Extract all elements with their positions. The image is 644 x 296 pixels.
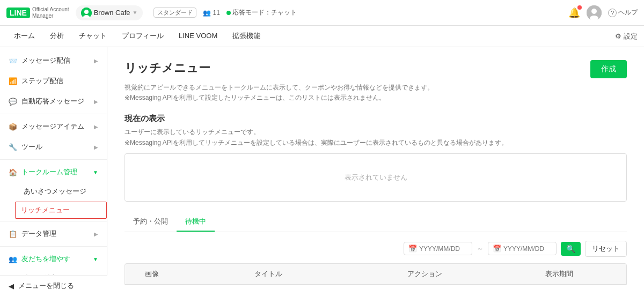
page-description: 視覚的にアピールできるメニューをトークルームに表示して、クーポンやお得な情報など… xyxy=(125,83,627,103)
bell-badge xyxy=(577,5,582,10)
reset-button[interactable]: リセット xyxy=(585,241,627,257)
mode-badge: 応答モード：チャット xyxy=(226,8,297,17)
sidebar-item-message-items[interactable]: 📦 メッセージアイテム ▶ xyxy=(0,116,107,137)
top-bar: LINE Official AccountManager Brown Cafe … xyxy=(0,0,644,26)
mode-label: 応答モード：チャット xyxy=(232,8,297,17)
step-delivery-icon: 📶 xyxy=(9,77,17,85)
sidebar-label-message-delivery: メッセージ配信 xyxy=(21,56,70,65)
sidebar-sub-talkroom: あいさつメッセージ リッチメニュー xyxy=(0,182,107,219)
message-items-icon: 📦 xyxy=(9,123,17,131)
page-desc-line1: 視覚的にアピールできるメニューをトークルームに表示して、クーポンやお得な情報など… xyxy=(125,83,627,93)
table-col-image: 画像 xyxy=(125,269,179,279)
line-oam-text: Official AccountManager xyxy=(32,6,69,19)
mode-dot xyxy=(226,11,231,15)
sidebar: 📨 メッセージ配信 ▶ 📶 ステップ配信 💬 自動応答メッセージ ▶ 📦 メッセ… xyxy=(0,47,107,296)
sidebar-item-talkroom[interactable]: 🏠 トークルーム管理 ▼ xyxy=(0,162,107,182)
page-title: リッチメニュー xyxy=(125,60,210,76)
current-desc-1: ユーザーに表示しているリッチメニューです。 xyxy=(125,127,627,137)
date-from-input[interactable] xyxy=(419,245,467,253)
arrow-icon-5: ▼ xyxy=(93,169,98,175)
dropdown-icon: ▼ xyxy=(133,10,138,16)
users-icon: 👥 xyxy=(203,9,211,17)
arrow-icon-4: ▶ xyxy=(94,144,98,150)
sidebar-item-message-delivery[interactable]: 📨 メッセージ配信 ▶ xyxy=(0,50,107,71)
line-logo: LINE Official AccountManager xyxy=(6,6,69,19)
auto-reply-icon: 💬 xyxy=(9,98,17,106)
sidebar-item-step-delivery[interactable]: 📶 ステップ配信 xyxy=(0,71,107,91)
svg-point-1 xyxy=(84,10,89,14)
table-col-title: タイトル xyxy=(179,269,358,279)
sidebar-label-message-items: メッセージアイテム xyxy=(21,122,84,131)
calendar-icon-from: 📅 xyxy=(408,245,417,253)
data-icon: 📋 xyxy=(9,230,17,238)
svg-point-4 xyxy=(591,9,597,14)
account-name: Brown Cafe xyxy=(94,9,130,17)
account-badge[interactable]: Brown Cafe ▼ xyxy=(76,5,143,20)
line-logo-mark: LINE xyxy=(6,8,30,18)
nav-linevoom[interactable]: LINE VOOM xyxy=(171,26,225,47)
date-separator: ～ xyxy=(477,244,484,254)
sidebar-label-greeting: あいさつメッセージ xyxy=(24,187,86,196)
talkroom-icon: 🏠 xyxy=(9,168,17,176)
date-from-wrap: 📅 xyxy=(404,242,472,255)
create-button[interactable]: 作成 xyxy=(590,60,627,78)
page-desc-line2: ※Messaging APIを利用して設定したリッチメニューは、このリストには表… xyxy=(125,93,627,103)
bell-button[interactable]: 🔔 xyxy=(568,7,580,19)
sidebar-section-main: 📨 メッセージ配信 ▶ 📶 ステップ配信 💬 自動応答メッセージ ▶ 📦 メッセ… xyxy=(0,47,107,291)
sidebar-label-step-delivery: ステップ配信 xyxy=(21,76,63,86)
tab-waiting[interactable]: 待機中 xyxy=(177,212,215,232)
sidebar-item-add-friends[interactable]: 👥 友だちを増やす ▼ xyxy=(0,249,107,269)
nav-home[interactable]: ホーム xyxy=(6,26,42,47)
message-delivery-icon: 📨 xyxy=(9,57,17,65)
search-icon: 🔍 xyxy=(566,245,575,253)
nav-analysis[interactable]: 分析 xyxy=(42,26,71,47)
plan-badge: スタンダード xyxy=(153,8,196,18)
sidebar-label-tools: ツール xyxy=(21,142,42,152)
sidebar-divider-2 xyxy=(0,159,107,160)
settings-icon: ⚙ xyxy=(615,32,621,40)
sidebar-label-add-friends: 友だちを増やす xyxy=(21,254,70,264)
calendar-icon-to: 📅 xyxy=(493,245,501,253)
users-badge: 👥 11 xyxy=(203,9,219,17)
arrow-icon-3: ▶ xyxy=(94,124,98,130)
table-header: 画像 タイトル アクション 表示期間 xyxy=(125,263,627,285)
sidebar-close-menu[interactable]: ◀ メニューを閉じる xyxy=(0,276,107,296)
help-button[interactable]: ? ヘルプ xyxy=(608,8,638,17)
main-content: リッチメニュー 作成 視覚的にアピールできるメニューをトークルームに表示して、ク… xyxy=(107,47,644,296)
sidebar-divider-3 xyxy=(0,221,107,221)
help-icon: ? xyxy=(608,9,617,17)
sidebar-item-richmenu-active[interactable]: リッチメニュー xyxy=(15,202,107,219)
empty-label: 表示されていません xyxy=(345,173,407,182)
nav-profile[interactable]: プロフィール xyxy=(114,26,171,47)
tab-bar: 予約・公開 待機中 xyxy=(125,212,627,232)
tab-scheduled[interactable]: 予約・公開 xyxy=(125,212,177,232)
close-menu-icon: ◀ xyxy=(9,282,14,290)
page-header: リッチメニュー 作成 xyxy=(125,60,627,78)
nav-chat[interactable]: チャット xyxy=(71,26,114,47)
sidebar-item-tools[interactable]: 🔧 ツール ▶ xyxy=(0,137,107,157)
arrow-icon-7: ▼ xyxy=(93,256,98,262)
nav-bar: ホーム 分析 チャット プロフィール LINE VOOM 拡張機能 ⚙ 設定 xyxy=(0,26,644,47)
sidebar-label-close: メニューを閉じる xyxy=(18,281,74,291)
top-bar-right: 🔔 ? ヘルプ xyxy=(568,5,638,20)
sidebar-label-talkroom: トークルーム管理 xyxy=(21,167,77,177)
users-count: 11 xyxy=(213,9,219,17)
sidebar-bottom: ◀ メニューを閉じる xyxy=(0,275,107,296)
settings-label: 設定 xyxy=(624,32,638,41)
settings-button[interactable]: ⚙ 設定 xyxy=(615,32,638,41)
date-to-input[interactable] xyxy=(503,245,552,253)
current-desc-2: ※Messaging APIを利用してリッチメニューを設定している場合は、実際に… xyxy=(125,138,627,148)
sidebar-label-data: データ管理 xyxy=(21,229,56,239)
nav-features[interactable]: 拡張機能 xyxy=(225,26,268,47)
filter-row: 📅 ～ 📅 🔍 リセット xyxy=(125,241,627,257)
arrow-icon-2: ▶ xyxy=(94,99,98,105)
sidebar-item-data[interactable]: 📋 データ管理 ▶ xyxy=(0,224,107,244)
sidebar-item-richmenu[interactable]: リッチメニュー xyxy=(16,202,106,218)
search-button[interactable]: 🔍 xyxy=(561,242,581,256)
user-avatar[interactable] xyxy=(587,5,602,20)
sidebar-item-auto-reply[interactable]: 💬 自動応答メッセージ ▶ xyxy=(0,91,107,112)
date-to-wrap: 📅 xyxy=(488,242,557,255)
empty-display-box: 表示されていません xyxy=(125,153,627,202)
sidebar-item-greeting[interactable]: あいさつメッセージ xyxy=(15,182,107,201)
tools-icon: 🔧 xyxy=(9,143,17,151)
